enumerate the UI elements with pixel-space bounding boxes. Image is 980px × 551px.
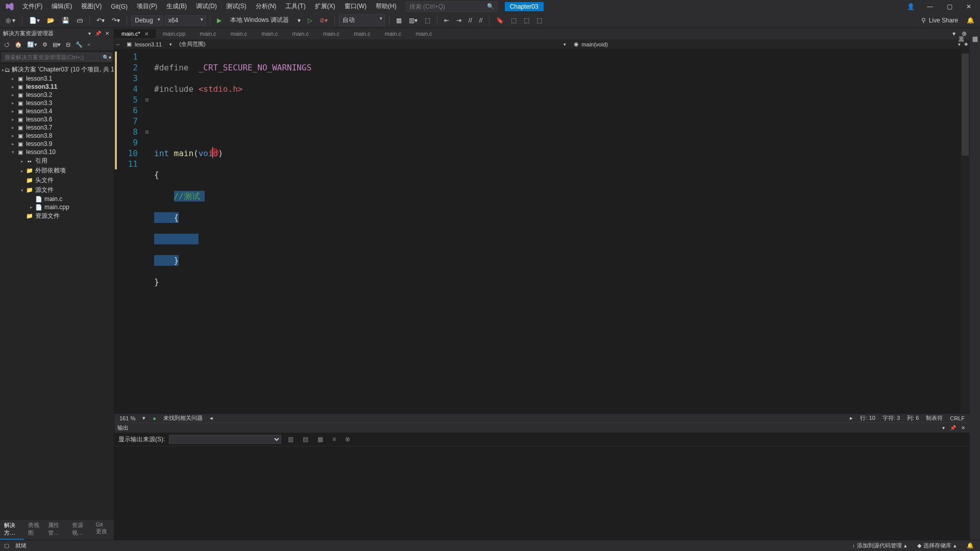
fold-gutter[interactable]: ⊟⊟ [143, 49, 151, 413]
solution-search-input[interactable] [2, 53, 102, 62]
project-node[interactable]: ▸▣lesson3.8 [0, 132, 114, 140]
toolbar-icon-2[interactable]: ▥▾ [406, 15, 420, 26]
breadcrumb-scope[interactable]: (全局范围) [174, 39, 561, 49]
tab-main-c-5[interactable]: main.c [285, 29, 316, 38]
project-node[interactable]: ▸▣lesson3.2 [0, 91, 114, 99]
toolbar-icon-3[interactable]: ⬚ [422, 15, 433, 26]
config-dropdown[interactable]: Debug [131, 15, 162, 26]
solution-search-button[interactable]: 🔍▾ [102, 53, 112, 62]
ext-deps-node[interactable]: ▸📁外部依赖项 [0, 166, 114, 176]
project-node[interactable]: ▸▣lesson3.7 [0, 123, 114, 132]
platform-dropdown[interactable]: x64 [165, 15, 206, 26]
liveshare-button[interactable]: ⚲ Live Share [921, 17, 958, 24]
output-btn2[interactable]: ▤ [300, 435, 311, 444]
next-issue-button[interactable]: ▸ [850, 415, 853, 421]
breadcrumb-drop2[interactable]: ▾ [561, 42, 569, 47]
panel-options-button[interactable]: ▾ [87, 30, 92, 37]
sources-node[interactable]: ▾📁源文件 [0, 185, 114, 195]
project-node[interactable]: ▾▣lesson3.10 [0, 148, 114, 156]
nav-back-button[interactable]: ◎ ▾ [3, 15, 18, 26]
se-collapse-button[interactable]: ⊟ [64, 40, 72, 49]
indent-less-button[interactable]: ⇤ [442, 15, 452, 26]
menu-project[interactable]: 项目(P) [133, 1, 161, 12]
user-icon[interactable]: 👤 [901, 0, 920, 13]
project-node[interactable]: ▸▣lesson3.11 [0, 83, 114, 91]
breadcrumb-func[interactable]: ◉main(void) [569, 40, 955, 48]
open-button[interactable]: 📂 [44, 15, 57, 26]
zoom-drop[interactable]: ▾ [142, 415, 145, 421]
sidebar-tab-props[interactable]: 属性管… [44, 519, 68, 540]
global-search[interactable]: 🔍 [406, 2, 498, 12]
se-home2-button[interactable]: 🏠 [13, 40, 24, 49]
menu-debug[interactable]: 调试(D) [192, 1, 221, 12]
close-button[interactable]: ✕ [960, 0, 978, 13]
code-editor[interactable]: 1234567891011 ⊟⊟ #define _CRT_SECURE_NO_… [114, 49, 970, 413]
tab-main-c-3[interactable]: main.c [224, 29, 254, 38]
menu-file[interactable]: 文件(F) [18, 1, 46, 12]
output-source-dropdown[interactable] [169, 435, 281, 444]
output-btn1[interactable]: ▥ [285, 435, 296, 444]
sidebar-tab-class[interactable]: 类视图 [24, 519, 44, 540]
project-node[interactable]: ▸▣lesson3.6 [0, 115, 114, 123]
sidebar-tab-resource[interactable]: 资源视… [68, 519, 92, 540]
output-body[interactable] [114, 446, 970, 540]
tab-main-cpp[interactable]: main.cpp [156, 29, 193, 38]
resources-node[interactable]: 📁资源文件 [0, 211, 114, 221]
minimize-button[interactable]: — [921, 0, 939, 13]
se-preview-button[interactable]: ▫ [86, 40, 92, 49]
breadcrumb-drop1[interactable]: ▾ [167, 42, 174, 47]
sidebar-tab-git[interactable]: Git 更改 [92, 519, 114, 540]
save-all-button[interactable]: 🗃 [74, 15, 85, 26]
menu-window[interactable]: 窗口(W) [340, 1, 371, 12]
scm-button[interactable]: ↑添加到源代码管理▴ [850, 542, 910, 549]
bookmark-clear-button[interactable]: ⬚ [534, 15, 545, 26]
file-node[interactable]: ▸📄main.cpp [0, 203, 114, 211]
indent-more-button[interactable]: ⇥ [454, 15, 464, 26]
issues-status[interactable]: 未找到相关问题 [163, 414, 203, 422]
tab-main-c-6[interactable]: main.c [316, 29, 347, 38]
notifications-button[interactable]: 🔔 [965, 542, 976, 549]
build-mode-dropdown[interactable]: 自动 [339, 14, 385, 26]
notifications-icon[interactable]: 🔔 [964, 15, 977, 26]
se-home-button[interactable]: ⭯ [2, 40, 12, 49]
output-btn4[interactable]: ≡ [330, 435, 338, 444]
uncomment-button[interactable]: // [477, 15, 485, 26]
toolbar-icon-1[interactable]: ▦ [394, 15, 404, 26]
tabs-status[interactable]: 制表符 [926, 414, 943, 422]
tab-main-c-8[interactable]: main.c [378, 29, 408, 38]
bookmark-button[interactable]: 🔖 [494, 15, 506, 26]
vertical-scrollbar[interactable] [961, 49, 970, 413]
project-node[interactable]: ▸▣lesson3.3 [0, 99, 114, 107]
output-pin-button[interactable]: 📌 [948, 424, 958, 431]
zoom-level[interactable]: 161 % [119, 415, 135, 421]
file-node[interactable]: 📄main.c [0, 195, 114, 203]
project-node[interactable]: ▸▣lesson3.4 [0, 107, 114, 115]
se-sync-button[interactable]: 🔄▾ [25, 40, 39, 49]
debug-target-drop[interactable]: ▾ [295, 15, 303, 26]
panel-pin-button[interactable]: 📌 [93, 30, 103, 37]
menu-tools[interactable]: 工具(T) [281, 1, 309, 12]
stop-debug-button[interactable]: ⊘▾ [317, 15, 330, 26]
output-clear-button[interactable]: ⊗ [342, 435, 353, 444]
undo-button[interactable]: ↶▾ [94, 15, 107, 26]
maximize-button[interactable]: ▢ [940, 0, 959, 13]
prev-issue-button[interactable]: ◂ [210, 415, 213, 421]
comment-button[interactable]: // [466, 15, 475, 26]
save-button[interactable]: 💾 [59, 15, 72, 26]
output-btn3[interactable]: ▦ [315, 435, 326, 444]
global-search-input[interactable] [409, 3, 487, 10]
refs-node[interactable]: ▸▪▪引用 [0, 156, 114, 166]
menu-build[interactable]: 生成(B) [162, 1, 191, 12]
menu-extensions[interactable]: 扩展(X) [311, 1, 339, 12]
menu-analyze[interactable]: 分析(N) [252, 1, 281, 12]
output-options-button[interactable]: ▾ [941, 424, 946, 431]
se-showall-button[interactable]: ▤▾ [51, 40, 63, 49]
menu-view[interactable]: 视图(V) [77, 1, 106, 12]
code-area[interactable]: #define _CRT_SECURE_NO_WARNINGS #include… [151, 49, 961, 413]
tab-main-c[interactable]: main.c*✕ [114, 29, 156, 38]
menu-edit[interactable]: 编辑(E) [47, 1, 76, 12]
panel-close-button[interactable]: ✕ [104, 30, 111, 37]
menu-git[interactable]: Git(G) [107, 2, 132, 11]
solution-node[interactable]: ▸🗂解决方案 'Chapter03' (10 个项目, 共 10 个) [0, 65, 114, 74]
bookmark-prev-button[interactable]: ⬚ [508, 15, 519, 26]
